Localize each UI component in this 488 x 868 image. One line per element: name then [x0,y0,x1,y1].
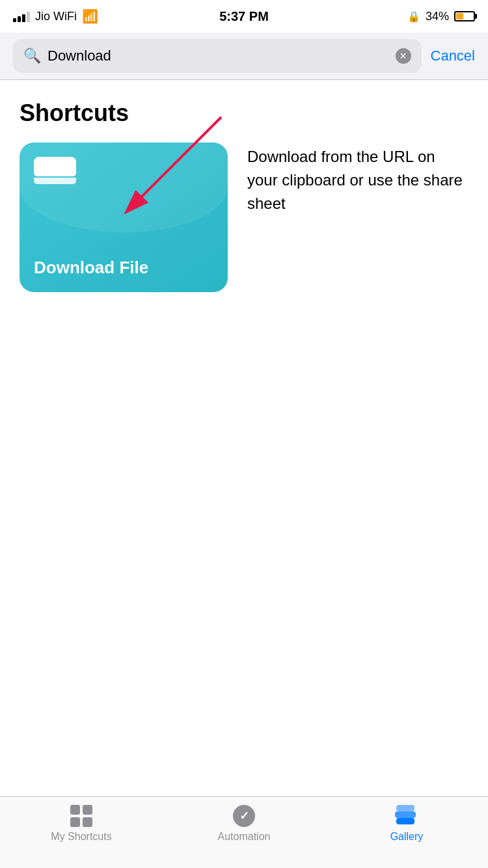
tab-my-shortcuts-label: My Shortcuts [51,831,111,843]
search-icon: 🔍 [23,47,41,64]
wifi-icon: 📶 [82,8,98,24]
status-left: Jio WiFi 📶 [13,8,98,24]
lock-icon: 🔒 [407,10,420,23]
section-title: Shortcuts [20,100,468,127]
tab-automation[interactable]: ✓ Automation [205,805,283,843]
shortcut-card-icon [34,157,79,193]
cancel-button[interactable]: Cancel [431,47,475,64]
battery-percent: 34% [426,10,449,23]
main-content: Shortcuts [0,80,488,312]
search-bar-container: 🔍 Cancel [0,33,488,79]
clock: 5:37 PM [219,9,269,24]
automation-icon: ✓ [233,805,255,827]
tab-automation-label: Automation [218,831,271,843]
tab-bar: My Shortcuts ✓ Automation Gallery [0,796,488,868]
status-right: 🔒 34% [407,10,475,23]
search-input[interactable] [47,47,389,64]
signal-icon [13,10,30,22]
shortcut-description: Download from the URL on your clipboard … [247,142,468,215]
shortcut-card[interactable]: Download File [20,142,228,292]
search-input-wrapper[interactable]: 🔍 [13,39,422,73]
router-icon [34,157,79,184]
gallery-icon [395,805,418,827]
battery-icon [454,11,475,21]
status-bar: Jio WiFi 📶 5:37 PM 🔒 34% [0,0,488,33]
carrier-label: Jio WiFi [35,10,77,23]
my-shortcuts-icon [70,805,92,827]
shortcut-card-name: Download File [34,258,213,278]
tab-my-shortcuts[interactable]: My Shortcuts [42,805,120,843]
shortcut-row: Download File Download from the URL on y… [20,142,468,292]
clear-button[interactable] [396,48,411,64]
tab-gallery-label: Gallery [390,831,424,843]
tab-gallery[interactable]: Gallery [368,805,446,843]
